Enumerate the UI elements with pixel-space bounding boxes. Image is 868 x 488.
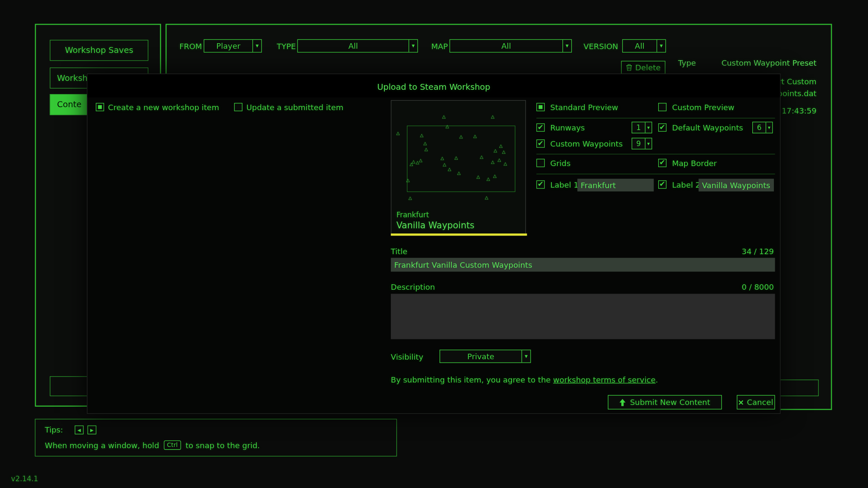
waypoint-triangle-icon: △ <box>423 141 427 146</box>
runways-checkbox[interactable] <box>537 123 545 132</box>
options-divider <box>537 174 775 174</box>
waypoint-triangle-icon: △ <box>425 147 428 152</box>
create-new-item-label: Create a new workshop item <box>108 103 219 112</box>
previous-tip-button[interactable]: ◀ <box>75 425 83 434</box>
delete-button[interactable]: Delete <box>621 61 665 74</box>
version-dropdown[interactable]: All ▼ <box>622 39 666 53</box>
waypoint-triangle-icon: △ <box>480 155 483 160</box>
custom-waypoints-count-dropdown[interactable]: 9 ▼ <box>632 138 652 149</box>
submit-new-content-button[interactable]: Submit New Content <box>608 395 722 410</box>
title-label: Title <box>391 247 407 256</box>
waypoint-triangle-icon: △ <box>487 177 490 182</box>
waypoint-triangle-icon: △ <box>410 162 413 167</box>
preset-column-header: Custom Waypoint Preset <box>721 58 816 67</box>
list-row-fragment: 3 17:43:59 <box>774 106 817 115</box>
map-border-checkbox[interactable] <box>658 159 667 167</box>
waypoint-triangle-icon: △ <box>441 156 444 161</box>
trash-icon <box>626 64 632 71</box>
from-dropdown[interactable]: Player ▼ <box>204 39 262 53</box>
label2-checkbox[interactable] <box>658 180 667 189</box>
next-tip-button[interactable]: ▶ <box>87 425 96 434</box>
update-submitted-item-checkbox[interactable] <box>234 103 242 111</box>
standard-preview-label: Standard Preview <box>550 103 618 112</box>
description-char-counter: 0 / 8000 <box>742 283 774 291</box>
waypoint-triangle-icon: △ <box>504 161 507 166</box>
cancel-button-label: Cancel <box>747 398 773 407</box>
title-char-counter: 34 / 129 <box>742 247 774 256</box>
list-row-fragment: points.dat <box>778 89 817 98</box>
runways-count-dropdown[interactable]: 1 ▼ <box>632 122 652 133</box>
waypoint-triangle-icon: △ <box>445 124 449 129</box>
label2-input[interactable]: Vanilla Waypoints <box>698 179 774 191</box>
map-label: MAP <box>431 42 448 51</box>
title-input[interactable]: Frankfurt Vanilla Custom Waypoints <box>391 258 775 272</box>
type-dropdown-value: All <box>298 40 409 52</box>
waypoint-triangle-icon: △ <box>396 131 400 136</box>
label1-checkbox[interactable] <box>537 180 545 189</box>
standard-preview-checkbox[interactable] <box>537 103 545 111</box>
waypoint-triangle-icon: △ <box>494 148 497 153</box>
map-border-label: Map Border <box>672 159 717 168</box>
create-new-item-checkbox[interactable] <box>96 103 104 111</box>
description-label: Description <box>391 283 435 291</box>
options-divider <box>537 118 775 118</box>
version-dropdown-value: All <box>623 40 657 52</box>
chevron-down-icon: ▼ <box>645 139 652 149</box>
agreement-suffix: . <box>656 375 658 384</box>
visibility-dropdown[interactable]: Private ▼ <box>440 349 531 363</box>
custom-waypoints-checkbox[interactable] <box>537 139 545 148</box>
preview-label-2: Vanilla Waypoints <box>396 220 474 231</box>
runways-label: Runways <box>550 123 585 132</box>
label2-input-value: Vanilla Waypoints <box>702 180 770 189</box>
waypoint-triangle-icon: △ <box>442 114 445 119</box>
type-column-header: Type <box>678 58 696 67</box>
waypoint-triangle-icon: △ <box>443 162 446 167</box>
waypoint-triangle-icon: △ <box>499 144 503 149</box>
list-row-fragment: rt Custom <box>778 77 817 86</box>
waypoint-triangle-icon: △ <box>491 114 494 119</box>
waypoint-triangle-icon: △ <box>409 196 412 201</box>
waypoint-triangle-icon: △ <box>485 195 488 200</box>
waypoint-triangle-icon: △ <box>454 155 458 160</box>
waypoint-triangle-icon: △ <box>473 133 477 139</box>
grids-checkbox[interactable] <box>537 159 545 167</box>
chevron-down-icon: ▼ <box>253 40 262 52</box>
default-waypoints-checkbox[interactable] <box>658 123 667 132</box>
workshop-preview-card[interactable]: △△△△△△△△△△△△△△△△△△△△△△△△△△△△△△△ Frankfur… <box>391 100 526 236</box>
x-icon <box>739 400 744 405</box>
map-dropdown[interactable]: All ▼ <box>450 39 572 53</box>
chevron-down-icon: ▼ <box>521 350 530 363</box>
type-dropdown[interactable]: All ▼ <box>297 39 418 53</box>
default-waypoints-label: Default Waypoints <box>672 123 743 132</box>
agreement-prefix: By submitting this item, you agree to th… <box>391 375 553 384</box>
type-label: TYPE <box>277 42 296 51</box>
runways-count-value: 1 <box>632 122 645 133</box>
preview-selected-indicator <box>391 233 527 236</box>
upload-to-steam-workshop-dialog: Upload to Steam Workshop Create a new wo… <box>87 74 781 414</box>
submit-button-label: Submit New Content <box>630 398 710 407</box>
waypoint-triangle-icon: △ <box>476 175 480 180</box>
waypoint-triangle-icon: △ <box>419 158 423 163</box>
tip-text: When moving a window, hold Ctrl to snap … <box>45 441 260 450</box>
tips-label: Tips: <box>45 425 63 434</box>
terms-of-service-link[interactable]: workshop terms of service <box>553 375 656 384</box>
description-textarea[interactable] <box>391 294 775 339</box>
default-waypoints-count-dropdown[interactable]: 6 ▼ <box>752 122 773 133</box>
waypoint-triangle-icon: △ <box>420 133 423 138</box>
label1-input[interactable]: Frankfurt <box>577 179 654 191</box>
waypoint-triangle-icon: △ <box>406 178 410 183</box>
custom-waypoints-count-value: 9 <box>632 139 645 149</box>
from-dropdown-value: Player <box>204 40 253 52</box>
chevron-down-icon: ▼ <box>562 40 571 52</box>
waypoint-triangle-icon: △ <box>457 171 461 176</box>
preview-map: △△△△△△△△△△△△△△△△△△△△△△△△△△△△△△△ <box>391 101 526 206</box>
label2-label: Label 2 <box>672 180 701 189</box>
visibility-label: Visibility <box>391 352 423 361</box>
agreement-text: By submitting this item, you agree to th… <box>391 375 658 384</box>
app-root: Workshop Saves Worksh Conte FROM Player … <box>0 0 868 488</box>
sidebar-item-workshop-saves[interactable]: Workshop Saves <box>50 40 148 61</box>
custom-preview-checkbox[interactable] <box>658 103 667 111</box>
app-version: v2.14.1 <box>11 475 38 483</box>
waypoint-triangle-icon: △ <box>502 150 506 155</box>
cancel-button[interactable]: Cancel <box>737 395 775 410</box>
